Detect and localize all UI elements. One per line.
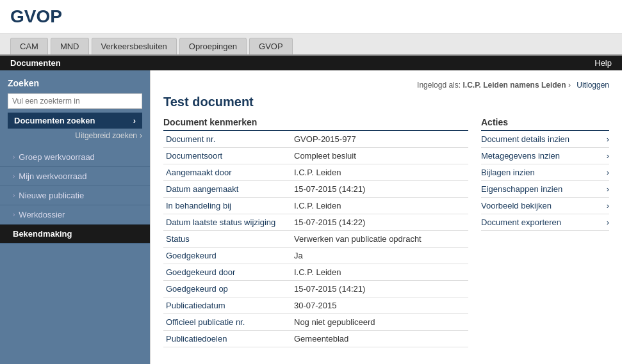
- tab-mnd[interactable]: MND: [51, 38, 89, 54]
- chevron-icon: ›: [13, 192, 15, 199]
- actions-list: Document details inzien›Metagegevens inz…: [481, 131, 609, 231]
- action-arrow-icon: ›: [607, 168, 609, 177]
- logout-link[interactable]: Uitloggen: [577, 81, 609, 90]
- action-item[interactable]: Bijlagen inzien›: [481, 164, 609, 181]
- action-arrow-icon: ›: [607, 184, 609, 194]
- search-title: Zoeken: [8, 78, 142, 88]
- sidebar-item-bekendmaking[interactable]: Bekendmaking: [0, 225, 150, 244]
- table-row: DocumentsoortCompleet besluit: [163, 148, 468, 164]
- advanced-search-link[interactable]: Uitgebreid zoeken ›: [8, 131, 142, 140]
- advanced-arrow-icon: ›: [140, 131, 142, 140]
- search-input[interactable]: [8, 93, 142, 109]
- table-row: Aangemaakt doorI.C.P. Leiden: [163, 164, 468, 181]
- document-details: Document kenmerken Document nr.GVOP-2015…: [163, 117, 468, 347]
- main-content: Ingelogd als: I.C.P. Leiden namens Leide…: [151, 70, 622, 364]
- search-button[interactable]: Documenten zoeken ›: [8, 113, 142, 129]
- table-row: PublicatiedoelenGemeenteblad: [163, 331, 468, 347]
- table-row: Datum aangemaakt15-07-2015 (14:21): [163, 181, 468, 198]
- logo: GVOP: [10, 6, 62, 26]
- table-row: Datum laatste status wijziging15-07-2015…: [163, 214, 468, 231]
- content-header: Ingelogd als: I.C.P. Leiden namens Leide…: [163, 81, 609, 90]
- user-name: I.C.P. Leiden namens Leiden: [462, 81, 566, 90]
- action-item[interactable]: Eigenschappen inzien›: [481, 181, 609, 198]
- user-info-text: Ingelogd als: I.C.P. Leiden namens Leide…: [417, 81, 566, 90]
- action-arrow-icon: ›: [607, 201, 609, 210]
- sidebar-item-nieuwe-publicatie[interactable]: › Nieuwe publicatie: [0, 186, 150, 205]
- content-columns: Document kenmerken Document nr.GVOP-2015…: [163, 117, 609, 347]
- table-row: In behandeling bijI.C.P. Leiden: [163, 198, 468, 214]
- actions-panel: Acties Document details inzien›Metagegev…: [481, 117, 609, 347]
- detail-table: Document nr.GVOP-2015-977DocumentsoortCo…: [163, 131, 468, 347]
- chevron-icon: ›: [13, 173, 15, 180]
- help-link[interactable]: Help: [594, 58, 612, 68]
- action-item[interactable]: Document exporteren›: [481, 214, 609, 231]
- search-arrow-icon: ›: [133, 116, 136, 125]
- sidebar-item-werkdossier[interactable]: › Werkdossier: [0, 205, 150, 225]
- doc-section-header: Document kenmerken: [163, 117, 468, 131]
- top-bar: Documenten Help: [0, 56, 622, 70]
- action-arrow-icon: ›: [607, 151, 609, 161]
- tab-gvop[interactable]: GVOP: [249, 38, 293, 54]
- table-row: Goedgekeurd doorI.C.P. Leiden: [163, 264, 468, 281]
- tab-cam[interactable]: CAM: [10, 38, 48, 54]
- table-row: Officieel publicatie nr.Nog niet gepubli…: [163, 314, 468, 331]
- table-row: Goedgekeurd op15-07-2015 (14:21): [163, 281, 468, 297]
- table-row: Document nr.GVOP-2015-977: [163, 131, 468, 148]
- actions-header: Acties: [481, 117, 609, 131]
- separator-icon: ›: [566, 81, 573, 90]
- section-title: Documenten: [10, 58, 61, 68]
- page-title: Test document: [163, 95, 609, 109]
- table-row: Publicatiedatum30-07-2015: [163, 297, 468, 314]
- search-btn-label: Documenten zoeken: [14, 116, 95, 125]
- content-area: Zoeken Documenten zoeken › Uitgebreid zo…: [0, 70, 622, 364]
- sidebar-item-mijn-werkvoorraad[interactable]: › Mijn werkvoorraad: [0, 167, 150, 186]
- search-section: Zoeken Documenten zoeken › Uitgebreid zo…: [0, 70, 150, 148]
- sidebar-item-groep-werkvoorraad[interactable]: › Groep werkvoorraad: [0, 148, 150, 167]
- action-arrow-icon: ›: [607, 134, 609, 144]
- chevron-icon: ›: [13, 211, 15, 218]
- table-row: GoedgekeurdJa: [163, 248, 468, 264]
- tab-oproepingen[interactable]: Oproepingen: [179, 38, 247, 54]
- action-item[interactable]: Metagegevens inzien›: [481, 148, 609, 164]
- table-row: StatusVerwerken van publicatie opdracht: [163, 231, 468, 248]
- action-item[interactable]: Voorbeeld bekijken›: [481, 198, 609, 214]
- action-arrow-icon: ›: [607, 218, 609, 227]
- tab-verkeersbesluiten[interactable]: Verkeersbesluiten: [92, 38, 177, 54]
- nav-tabs: CAM MND Verkeersbesluiten Oproepingen GV…: [0, 34, 622, 56]
- chevron-icon: ›: [13, 154, 15, 161]
- action-item[interactable]: Document details inzien›: [481, 131, 609, 148]
- sidebar: Zoeken Documenten zoeken › Uitgebreid zo…: [0, 70, 151, 364]
